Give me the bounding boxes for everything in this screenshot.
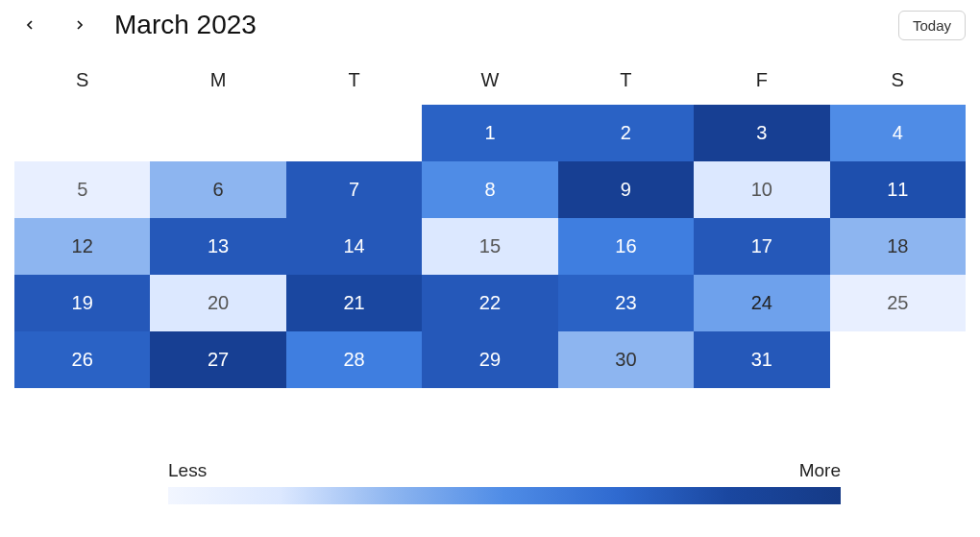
day-cell[interactable]: 24 [694, 275, 829, 331]
day-cell[interactable]: 13 [150, 218, 285, 275]
day-cell[interactable]: 15 [422, 218, 557, 275]
calendar-header: March 2023 Today [14, 10, 966, 40]
days-grid: 1234567891011121314151617181920212223242… [14, 105, 966, 388]
day-cell[interactable]: 18 [830, 218, 966, 275]
day-cell[interactable]: 19 [14, 275, 150, 331]
day-cell-empty [286, 105, 422, 161]
day-cell[interactable]: 3 [694, 105, 829, 161]
day-cell[interactable]: 2 [558, 105, 694, 161]
weekday-row: S M T W T F S [14, 60, 966, 105]
day-cell[interactable]: 30 [558, 331, 694, 388]
chevron-right-icon [72, 17, 87, 33]
day-cell[interactable]: 20 [150, 275, 285, 331]
day-cell[interactable]: 27 [150, 331, 285, 388]
weekday-sat: S [830, 60, 966, 105]
day-cell[interactable]: 6 [150, 161, 285, 218]
weekday-thu: T [558, 60, 694, 105]
weekday-wed: W [422, 60, 557, 105]
month-title: March 2023 [114, 10, 257, 40]
day-cell[interactable]: 10 [694, 161, 829, 218]
legend-less-label: Less [168, 460, 207, 481]
weekday-mon: M [150, 60, 285, 105]
day-cell[interactable]: 28 [286, 331, 422, 388]
day-cell-empty [14, 105, 150, 161]
day-cell[interactable]: 11 [830, 161, 966, 218]
day-cell[interactable]: 26 [14, 331, 150, 388]
prev-month-button[interactable] [14, 10, 45, 40]
header-left: March 2023 [14, 10, 257, 40]
legend-more-label: More [799, 460, 841, 481]
legend-labels: Less More [168, 460, 841, 481]
day-cell[interactable]: 22 [422, 275, 557, 331]
heatmap-legend: Less More [168, 460, 841, 504]
day-cell[interactable]: 4 [830, 105, 966, 161]
day-cell[interactable]: 8 [422, 161, 557, 218]
day-cell[interactable]: 23 [558, 275, 694, 331]
day-cell[interactable]: 17 [694, 218, 829, 275]
calendar: S M T W T F S 12345678910111213141516171… [14, 60, 966, 388]
day-cell[interactable]: 31 [694, 331, 829, 388]
day-cell-empty [150, 105, 285, 161]
day-cell[interactable]: 29 [422, 331, 557, 388]
weekday-fri: F [694, 60, 829, 105]
day-cell[interactable]: 16 [558, 218, 694, 275]
day-cell[interactable]: 5 [14, 161, 150, 218]
today-button[interactable]: Today [898, 11, 966, 40]
day-cell[interactable]: 1 [422, 105, 557, 161]
day-cell[interactable]: 25 [830, 275, 966, 331]
day-cell[interactable]: 9 [558, 161, 694, 218]
next-month-button[interactable] [64, 10, 95, 40]
legend-gradient-bar [168, 487, 841, 504]
day-cell[interactable]: 12 [14, 218, 150, 275]
day-cell[interactable]: 7 [286, 161, 422, 218]
day-cell[interactable]: 21 [286, 275, 422, 331]
weekday-tue: T [286, 60, 422, 105]
chevron-left-icon [22, 17, 37, 33]
weekday-sun: S [14, 60, 150, 105]
day-cell[interactable]: 14 [286, 218, 422, 275]
